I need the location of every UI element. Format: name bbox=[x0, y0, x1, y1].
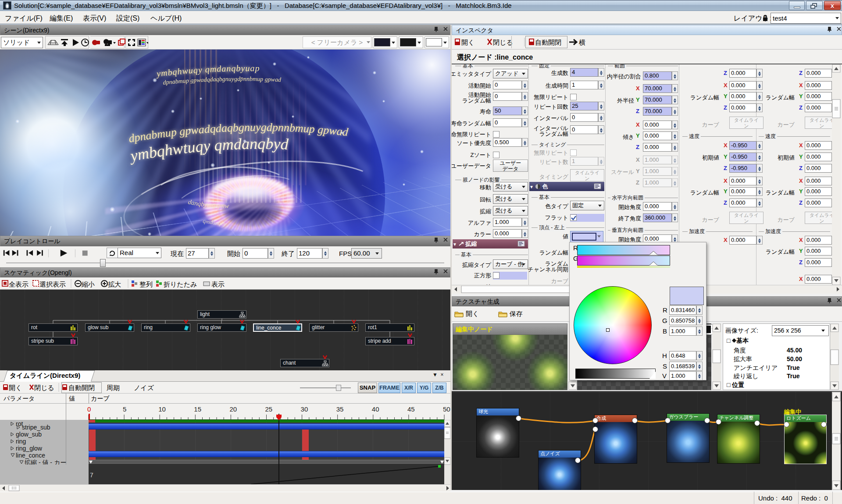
svg-text:dpnabmup gpwadqdaqbgnuygdpnnbm: dpnabmup gpwadqdaqbgnuygdpnnbmup gpwad bbox=[163, 75, 282, 86]
